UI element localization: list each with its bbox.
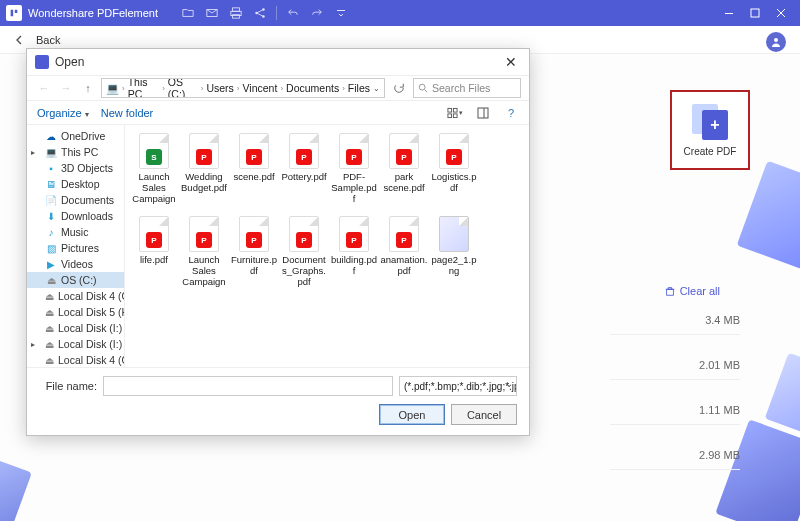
breadcrumb-item[interactable]: Users bbox=[206, 82, 233, 94]
file-item[interactable]: SLaunch Sales Campaigns.xlsx bbox=[130, 133, 178, 206]
svg-rect-8 bbox=[725, 13, 733, 14]
file-item[interactable]: PFurniture.pdf bbox=[230, 216, 278, 289]
print-icon[interactable] bbox=[227, 4, 245, 22]
pdf-file-icon: P bbox=[289, 133, 319, 169]
tree-item[interactable]: ⏏Local Disk 4 (G:) bbox=[27, 288, 124, 304]
close-button[interactable] bbox=[768, 0, 794, 26]
undo-icon[interactable] bbox=[284, 4, 302, 22]
file-item[interactable]: Pbuilding.pdf bbox=[330, 216, 378, 289]
file-item[interactable]: PLaunch Sales Campaigns.pdf bbox=[180, 216, 228, 289]
redo-icon[interactable] bbox=[308, 4, 326, 22]
drive-icon: ⏏ bbox=[45, 354, 54, 366]
breadcrumb[interactable]: 💻 ›This PC ›OS (C:) ›Users ›Vincent ›Doc… bbox=[101, 78, 385, 98]
tree-item[interactable]: ⏏Local Disk 5 (H:) bbox=[27, 304, 124, 320]
drive-icon: ⏏ bbox=[45, 290, 54, 302]
breadcrumb-item[interactable]: OS (C:) bbox=[168, 78, 198, 98]
file-name: anamation.pdf bbox=[380, 255, 428, 277]
file-name: building.pdf bbox=[330, 255, 378, 277]
open-folder-icon[interactable] bbox=[179, 4, 197, 22]
chevron-down-icon[interactable]: ⌄ bbox=[373, 84, 380, 93]
nav-up-icon[interactable]: ↑ bbox=[79, 79, 97, 97]
minimize-button[interactable] bbox=[716, 0, 742, 26]
svg-rect-1 bbox=[233, 8, 240, 11]
xlsx-file-icon: S bbox=[139, 133, 169, 169]
help-icon[interactable]: ? bbox=[503, 105, 519, 121]
file-grid[interactable]: SLaunch Sales Campaigns.xlsxPWedding Bud… bbox=[125, 125, 529, 367]
tree-item[interactable]: ▧Pictures bbox=[27, 240, 124, 256]
separator bbox=[276, 6, 277, 20]
svg-rect-7 bbox=[337, 10, 345, 11]
nav-forward-icon[interactable]: → bbox=[57, 79, 75, 97]
app-name: Wondershare PDFelement bbox=[28, 7, 158, 19]
file-name: Launch Sales Campaigns.xlsx bbox=[130, 172, 178, 206]
preview-pane-icon[interactable] bbox=[475, 105, 491, 121]
back-arrow-icon[interactable] bbox=[12, 32, 28, 48]
breadcrumb-item[interactable]: Vincent bbox=[243, 82, 278, 94]
file-item[interactable]: PLogistics.pdf bbox=[430, 133, 478, 206]
open-button[interactable]: Open bbox=[379, 404, 445, 425]
file-type-filter[interactable]: (*.pdf;*.bmp;*.dib;*.jpg;*.jpeg;*.jp bbox=[399, 376, 517, 396]
tree-item-label: Local Disk 4 (G:) bbox=[58, 290, 125, 302]
file-name: Pottery.pdf bbox=[281, 172, 326, 183]
svg-rect-15 bbox=[453, 113, 457, 117]
tree-item[interactable]: ▸⏏Local Disk (I:) bbox=[27, 336, 124, 352]
file-name-input[interactable] bbox=[103, 376, 393, 396]
tree-item[interactable]: ☁OneDrive bbox=[27, 128, 124, 144]
svg-point-5 bbox=[262, 8, 265, 11]
organize-button[interactable]: Organize ▾ bbox=[37, 107, 89, 119]
mail-icon[interactable] bbox=[203, 4, 221, 22]
file-item[interactable]: PPDF-Sample.pdf bbox=[330, 133, 378, 206]
file-name: Launch Sales Campaigns.pdf bbox=[180, 255, 228, 289]
breadcrumb-item[interactable]: This PC bbox=[128, 78, 159, 98]
file-name: scene.pdf bbox=[233, 172, 274, 183]
nav-back-icon[interactable]: ← bbox=[35, 79, 53, 97]
dropdown-icon[interactable] bbox=[332, 4, 350, 22]
create-pdf-icon: + bbox=[692, 104, 728, 140]
tree-item[interactable]: 🖥Desktop bbox=[27, 176, 124, 192]
tree-item[interactable]: ♪Music bbox=[27, 224, 124, 240]
file-item[interactable]: Panamation.pdf bbox=[380, 216, 428, 289]
tree-item[interactable]: ▸💻This PC bbox=[27, 144, 124, 160]
cancel-button[interactable]: Cancel bbox=[451, 404, 517, 425]
svg-rect-12 bbox=[448, 108, 452, 112]
file-item[interactable]: PWedding Budget.pdf bbox=[180, 133, 228, 206]
breadcrumb-item[interactable]: Documents bbox=[286, 82, 339, 94]
create-pdf-button[interactable]: + Create PDF bbox=[670, 90, 750, 170]
pdf-file-icon: P bbox=[439, 133, 469, 169]
tree-item[interactable]: ⏏Local Disk (I:) bbox=[27, 320, 124, 336]
file-item[interactable]: Plife.pdf bbox=[130, 216, 178, 289]
tree-item[interactable]: ⬇Downloads bbox=[27, 208, 124, 224]
svg-rect-9 bbox=[751, 9, 759, 17]
tree-item-label: Documents bbox=[61, 194, 114, 206]
folder-tree[interactable]: ☁OneDrive▸💻This PC▪3D Objects🖥Desktop📄Do… bbox=[27, 125, 125, 367]
dialog-close-button[interactable]: ✕ bbox=[501, 52, 521, 72]
file-item[interactable]: PPottery.pdf bbox=[280, 133, 328, 206]
recent-size: 2.01 MB bbox=[610, 355, 740, 380]
clear-icon bbox=[664, 285, 676, 297]
tree-item[interactable]: ⏏OS (C:) bbox=[27, 272, 124, 288]
pdf-file-icon: P bbox=[339, 133, 369, 169]
download-icon: ⬇ bbox=[45, 210, 57, 222]
tree-item[interactable]: ▶Videos bbox=[27, 256, 124, 272]
view-options-icon[interactable]: ▾ bbox=[447, 105, 463, 121]
tree-item[interactable]: 📄Documents bbox=[27, 192, 124, 208]
tree-item[interactable]: ▪3D Objects bbox=[27, 160, 124, 176]
file-item[interactable]: page2_1.png bbox=[430, 216, 478, 289]
breadcrumb-item[interactable]: Files bbox=[348, 82, 370, 94]
dialog-toolbar: Organize ▾ New folder ▾ ? bbox=[27, 101, 529, 125]
maximize-button[interactable] bbox=[742, 0, 768, 26]
search-input[interactable]: Search Files bbox=[413, 78, 521, 98]
drive-icon: ⏏ bbox=[45, 338, 54, 350]
file-item[interactable]: Pscene.pdf bbox=[230, 133, 278, 206]
clear-all-button[interactable]: Clear all bbox=[664, 285, 720, 297]
create-pdf-label: Create PDF bbox=[684, 146, 737, 157]
new-folder-button[interactable]: New folder bbox=[101, 107, 154, 119]
clear-all-label: Clear all bbox=[680, 285, 720, 297]
user-avatar[interactable] bbox=[766, 32, 786, 52]
back-label[interactable]: Back bbox=[36, 34, 60, 46]
tree-item[interactable]: ⏏Local Disk 4 (G:) bbox=[27, 352, 124, 367]
file-item[interactable]: PDocuments_Graphs.pdf bbox=[280, 216, 328, 289]
share-icon[interactable] bbox=[251, 4, 269, 22]
file-item[interactable]: Ppark scene.pdf bbox=[380, 133, 428, 206]
refresh-icon[interactable] bbox=[389, 78, 409, 98]
